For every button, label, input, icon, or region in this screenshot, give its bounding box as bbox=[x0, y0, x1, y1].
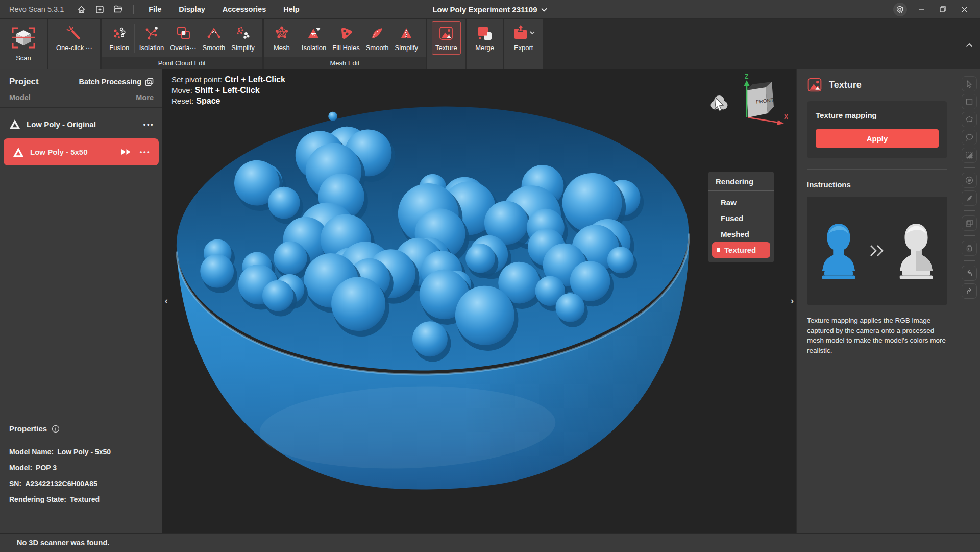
pc-simplify-label: Simplify bbox=[231, 44, 255, 52]
rendering-option-meshed[interactable]: Meshed bbox=[712, 226, 770, 242]
selection-tool-strip bbox=[958, 69, 980, 533]
merge-section: Merge bbox=[467, 19, 503, 69]
svg-text:Z: Z bbox=[745, 74, 748, 80]
polygon-select-tool-button[interactable] bbox=[962, 112, 977, 127]
new-project-button[interactable] bbox=[90, 2, 109, 16]
axis-gizmo[interactable]: FRONT Z X bbox=[733, 74, 788, 131]
pc-simplify-button[interactable]: Simplify bbox=[228, 22, 258, 54]
info-icon[interactable] bbox=[52, 425, 60, 433]
select-all-tool-button[interactable] bbox=[962, 173, 977, 188]
panel-collapse-button[interactable]: › bbox=[788, 286, 796, 316]
strip-divider bbox=[964, 167, 975, 168]
export-section: Export bbox=[504, 19, 543, 69]
rendering-option-textured[interactable]: Textured bbox=[712, 242, 770, 258]
properties-title: Properties bbox=[9, 424, 47, 433]
duplicate-tool-button[interactable] bbox=[962, 215, 977, 231]
fill-holes-button[interactable]: Fill Holes bbox=[329, 22, 362, 54]
point-cloud-edit-group-label: Point Cloud Edit bbox=[102, 57, 262, 69]
mesh-smooth-label: Smooth bbox=[366, 44, 389, 52]
fast-forward-icon[interactable] bbox=[121, 149, 131, 155]
texture-mapping-label: Texture mapping bbox=[816, 111, 939, 119]
lasso-select-tool-button[interactable] bbox=[962, 130, 977, 145]
viewport-3d[interactable]: Set pivot point:Ctrl + Left-Click Move:S… bbox=[162, 69, 796, 533]
undo-button[interactable] bbox=[962, 266, 977, 281]
chevron-down-icon bbox=[541, 8, 548, 12]
chevron-right-icon: › bbox=[791, 295, 794, 306]
export-button[interactable]: Export bbox=[509, 22, 538, 54]
model-name: Low Poly - Original bbox=[27, 120, 96, 129]
sidebar-collapse-button[interactable]: ‹ bbox=[162, 286, 170, 316]
mesh-model-icon bbox=[13, 147, 23, 157]
prop-serial-number: SN:A23422132C6H00A85 bbox=[9, 479, 154, 488]
toolbar-collapse-button[interactable] bbox=[966, 40, 973, 50]
fill-holes-icon bbox=[337, 25, 355, 42]
model-row-original[interactable]: Low Poly - Original ••• bbox=[0, 112, 162, 136]
one-click-button[interactable]: One-click ··· bbox=[53, 22, 95, 54]
invert-selection-tool-button[interactable] bbox=[962, 148, 977, 163]
texture-button[interactable]: Texture bbox=[432, 21, 461, 55]
scan-button[interactable]: Scan bbox=[0, 19, 47, 69]
pc-isolation-button[interactable]: Isolation bbox=[136, 22, 167, 54]
menu-help[interactable]: Help bbox=[275, 0, 308, 19]
minimize-button[interactable] bbox=[911, 0, 932, 18]
redo-button[interactable] bbox=[962, 283, 977, 299]
polygon-select-icon bbox=[965, 115, 974, 124]
titlebar-separator bbox=[133, 5, 134, 14]
mesh-simplify-button[interactable]: Simplify bbox=[392, 22, 422, 54]
gear-icon bbox=[893, 3, 907, 16]
texture-icon bbox=[437, 25, 455, 42]
main-toolbar: Scan One-click ··· bbox=[0, 19, 980, 69]
texture-section: Texture bbox=[427, 19, 465, 69]
close-icon bbox=[961, 6, 968, 13]
model-menu-button[interactable]: ••• bbox=[143, 121, 154, 128]
more-button[interactable]: More bbox=[136, 93, 154, 102]
mouse-cursor-icon bbox=[709, 94, 729, 113]
mesh-smooth-icon bbox=[369, 25, 386, 42]
rendering-option-fused[interactable]: Fused bbox=[712, 210, 770, 226]
one-click-label: One-click ··· bbox=[56, 44, 92, 52]
export-icon bbox=[512, 25, 535, 42]
pc-smooth-button[interactable]: Smooth bbox=[199, 22, 228, 54]
mesh-isolation-button[interactable]: Isolation bbox=[299, 22, 329, 54]
menu-display[interactable]: Display bbox=[170, 0, 214, 19]
texture-band bbox=[427, 57, 465, 69]
pc-smooth-label: Smooth bbox=[202, 44, 225, 52]
restore-button[interactable] bbox=[932, 0, 953, 18]
mesh-simplify-label: Simplify bbox=[395, 44, 419, 52]
menu-accessories[interactable]: Accessories bbox=[214, 0, 275, 19]
smooth-brush-tool-button[interactable] bbox=[962, 190, 977, 206]
open-project-button[interactable] bbox=[109, 2, 127, 16]
fusion-button[interactable]: Fusion bbox=[106, 22, 133, 54]
rendering-option-raw[interactable]: Raw bbox=[712, 195, 770, 210]
batch-processing-button[interactable]: Batch Processing bbox=[79, 78, 154, 86]
fusion-icon bbox=[111, 25, 128, 42]
rect-select-icon bbox=[965, 97, 974, 106]
mesh-icon bbox=[273, 25, 290, 42]
mesh-button[interactable]: Mesh bbox=[268, 22, 295, 54]
settings-button[interactable] bbox=[889, 0, 911, 18]
texture-panel-title: Texture bbox=[829, 80, 862, 90]
model-row-5x50[interactable]: Low Poly - 5x50 ••• bbox=[4, 138, 159, 165]
close-button[interactable] bbox=[953, 0, 975, 18]
restore-icon bbox=[939, 6, 946, 13]
strip-divider bbox=[964, 235, 975, 236]
mesh-smooth-button[interactable]: Smooth bbox=[363, 22, 392, 54]
delete-tool-button[interactable] bbox=[962, 241, 977, 256]
instructions-text: Texture mapping applies the RGB image ca… bbox=[807, 316, 947, 356]
pointer-tool-button[interactable] bbox=[962, 76, 977, 91]
pc-overlap-button[interactable]: Overla··· bbox=[167, 22, 199, 54]
project-title-dropdown[interactable]: Low Poly Experiment 231109 bbox=[432, 0, 547, 19]
model-menu-button[interactable]: ••• bbox=[140, 148, 151, 156]
apply-button[interactable]: Apply bbox=[816, 129, 939, 148]
bust-untextured-icon bbox=[817, 220, 861, 282]
duplicate-icon bbox=[965, 219, 974, 228]
menu-file[interactable]: File bbox=[140, 0, 170, 19]
model-list: Low Poly - Original ••• Low Poly - 5x50 … bbox=[0, 108, 162, 165]
merge-button[interactable]: Merge bbox=[472, 22, 498, 54]
minimize-icon bbox=[918, 6, 925, 13]
batch-processing-label: Batch Processing bbox=[79, 78, 142, 86]
export-label: Export bbox=[514, 44, 533, 52]
rect-select-tool-button[interactable] bbox=[962, 94, 977, 109]
home-icon bbox=[77, 5, 86, 14]
home-button[interactable] bbox=[72, 2, 90, 16]
